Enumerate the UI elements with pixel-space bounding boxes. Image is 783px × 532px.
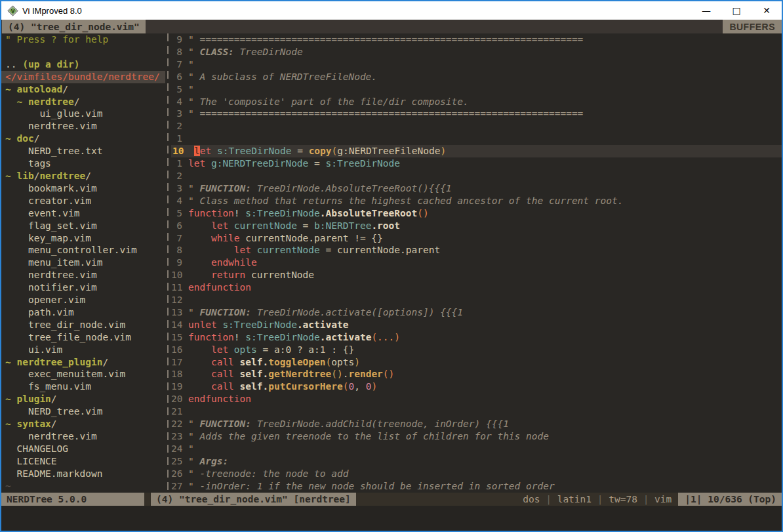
tree-item[interactable]: ~ (5, 480, 165, 493)
text-segment: " (188, 183, 199, 194)
code-line[interactable]: 1 (171, 133, 782, 145)
code-line[interactable]: 13" FUNCTION: TreeDirNode.activate([opti… (171, 306, 782, 319)
text-segment: </vimfiles/bundle/nerdtree/ (5, 72, 160, 82)
tree-item[interactable]: ~ autoload/ (5, 83, 165, 96)
tree-item[interactable]: .. (up a dir) (5, 58, 165, 71)
code-line[interactable]: 3" FUNCTION: TreeDirNode.AbsoluteTreeRoo… (171, 182, 782, 195)
nerdtree-sidebar[interactable]: " Press ? for help.. (up a dir)</vimfile… (1, 33, 165, 493)
code-editor[interactable]: 9" =====================================… (171, 33, 782, 493)
text-segment: s:TreeDirNode (245, 208, 320, 218)
tree-item[interactable]: ~ syntax/ (5, 418, 165, 430)
code-line[interactable]: 10let s:TreeDirNode = copy(g:NERDTreeFil… (171, 145, 782, 157)
command-line[interactable] (1, 506, 782, 531)
code-line[interactable]: 4" The 'composite' part of the file/dir … (171, 96, 782, 108)
tree-item[interactable]: nerdtree.vim (5, 269, 165, 281)
minimize-button[interactable]: — (691, 1, 721, 20)
tree-item[interactable]: creator.vim (5, 195, 165, 207)
code-line[interactable]: 25" Args: (171, 455, 782, 468)
tree-item[interactable]: ~ lib/nerdtree/ (5, 170, 165, 182)
tree-item[interactable]: ui.vim (5, 344, 165, 356)
tree-item[interactable]: path.vim (5, 306, 165, 319)
tree-item[interactable]: tree_dir_node.vim (5, 319, 165, 331)
code-line[interactable]: 19 call self.putCursorHere(0, 0) (171, 380, 782, 393)
code-line[interactable]: 2 (171, 170, 782, 182)
tree-item[interactable]: menu_item.vim (5, 256, 165, 269)
line-number: 5 (171, 83, 188, 96)
line-number: 2 (171, 170, 188, 182)
text-segment: currentNode (257, 245, 326, 255)
code-line[interactable]: 17 call self.toggleOpen(opts) (171, 356, 782, 369)
code-line[interactable]: 9 endwhile (171, 256, 782, 269)
code-line[interactable]: 9" =====================================… (171, 33, 782, 46)
window-split-separator[interactable] (165, 33, 171, 493)
code-line[interactable]: 8" CLASS: TreeDirNode (171, 46, 782, 58)
line-number: 15 (171, 331, 188, 344)
code-line[interactable]: 14unlet s:TreeDirNode.activate (171, 319, 782, 331)
code-line[interactable]: 5" (171, 83, 782, 96)
tree-item[interactable]: tags (5, 157, 165, 170)
tree-item[interactable]: exec_menuitem.vim (5, 368, 165, 380)
tree-item[interactable]: fs_menu.vim (5, 380, 165, 393)
tree-item[interactable]: bookmark.vim (5, 182, 165, 195)
tree-item[interactable]: ui_glue.vim (5, 108, 165, 120)
text-segment: currentNode (234, 220, 303, 231)
maximize-button[interactable]: □ (721, 1, 752, 20)
tree-item[interactable]: event.vim (5, 207, 165, 220)
vim-logo-icon[interactable]: V (7, 5, 18, 16)
tab-current[interactable]: (4) "tree_dir_node.vim" (2, 20, 146, 33)
code-line[interactable]: 27" -inOrder: 1 if the new node should b… (171, 480, 782, 493)
code-line[interactable]: 16 let opts = a:0 ? a:1 : {} (171, 344, 782, 356)
tree-item[interactable]: tree_file_node.vim (5, 331, 165, 344)
tree-root-item[interactable]: </vimfiles/bundle/nerdtree/ (1, 71, 165, 83)
code-line[interactable]: 26" -treenode: the node to add (171, 468, 782, 480)
tree-item[interactable]: CHANGELOG (5, 443, 165, 455)
code-line[interactable]: 1let g:NERDTreeDirNode = s:TreeDirNode (171, 157, 782, 170)
code-line[interactable]: 24" (171, 443, 782, 455)
text-segment: opts (331, 357, 354, 367)
tree-item[interactable]: NERD_tree.vim (5, 405, 165, 418)
code-line[interactable]: 23" Adds the given treenode to the list … (171, 430, 782, 443)
code-line[interactable]: 3" =====================================… (171, 108, 782, 120)
code-line[interactable]: 22" FUNCTION: TreeDirNode.addChild(treen… (171, 418, 782, 430)
close-button[interactable]: ✕ (752, 1, 782, 20)
tree-item[interactable]: ~ doc/ (5, 133, 165, 145)
tree-item[interactable] (5, 46, 165, 58)
text-segment: function (188, 332, 234, 342)
code-line[interactable]: 4" Class method that returns the highest… (171, 195, 782, 207)
text-segment: NERD_tree.vim (5, 406, 102, 417)
code-line[interactable]: 8 let currentNode = currentNode.parent (171, 244, 782, 256)
code-line[interactable]: 21 (171, 405, 782, 418)
text-segment: , (354, 381, 365, 392)
tree-item[interactable]: flag_set.vim (5, 220, 165, 232)
code-line[interactable]: 12 (171, 294, 782, 306)
code-line[interactable]: 7 while currentNode.parent != {} (171, 232, 782, 245)
code-line[interactable]: 11endfunction (171, 281, 782, 294)
code-line[interactable]: 6" A subclass of NERDTreeFileNode. (171, 71, 782, 83)
code-text: " (188, 83, 194, 96)
code-line[interactable]: 2 (171, 120, 782, 133)
tree-item[interactable]: " Press ? for help (5, 33, 165, 46)
tree-item[interactable]: README.markdown (5, 468, 165, 480)
text-segment: .root (371, 220, 400, 231)
code-line[interactable]: 7" (171, 58, 782, 71)
tree-item[interactable]: ~ nerdtree_plugin/ (5, 356, 165, 369)
code-line[interactable]: 10 return currentNode (171, 269, 782, 281)
code-line[interactable]: 15function! s:TreeDirNode.activate(...) (171, 331, 782, 344)
tree-item[interactable]: NERD_tree.txt (5, 145, 165, 157)
tree-item[interactable]: notifier.vim (5, 281, 165, 294)
code-line[interactable]: 5function! s:TreeDirNode.AbsoluteTreeRoo… (171, 207, 782, 220)
tree-item[interactable]: nerdtree.vim (5, 430, 165, 443)
code-text: " -inOrder: 1 if the new node should be … (188, 480, 555, 493)
tree-item[interactable]: menu_controller.vim (5, 244, 165, 256)
tree-item[interactable]: nerdtree.vim (5, 120, 165, 133)
tree-item[interactable]: key_map.vim (5, 232, 165, 245)
tree-item[interactable]: opener.vim (5, 294, 165, 306)
text-segment: exec_menuitem.vim (5, 369, 125, 379)
code-line[interactable]: 20endfunction (171, 393, 782, 405)
tree-item[interactable]: LICENCE (5, 455, 165, 468)
tree-item[interactable]: ~ plugin/ (5, 393, 165, 405)
text-segment (188, 257, 211, 268)
code-line[interactable]: 18 call self.getNerdtree().render() (171, 368, 782, 380)
tree-item[interactable]: ~ nerdtree/ (5, 96, 165, 108)
code-line[interactable]: 6 let currentNode = b:NERDTree.root (171, 220, 782, 232)
